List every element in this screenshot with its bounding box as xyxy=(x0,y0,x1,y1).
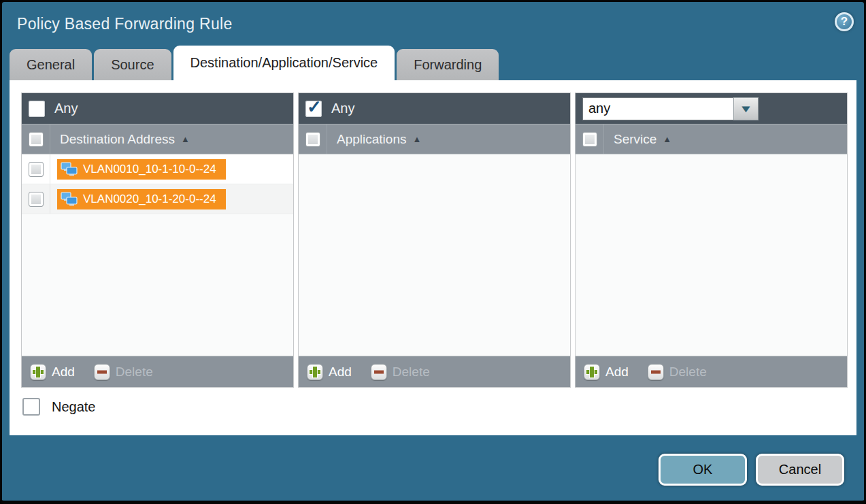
checkmark-icon: ✓ xyxy=(307,97,322,118)
add-button[interactable]: Add xyxy=(30,364,75,380)
applications-list xyxy=(299,154,570,356)
chevron-down-icon: ▼ xyxy=(739,103,753,114)
applications-panel: ✓ Any Applications ▲ Add xyxy=(298,93,571,388)
tab-source[interactable]: Source xyxy=(94,49,171,80)
negate-option: Negate xyxy=(22,398,96,416)
tab-destination-application-service[interactable]: Destination/Application/Service xyxy=(173,46,395,80)
sort-asc-icon[interactable]: ▲ xyxy=(181,134,190,144)
destination-address-chip[interactable]: VLAN0010_10-1-10-0--24 xyxy=(57,159,226,180)
cancel-button[interactable]: Cancel xyxy=(756,454,844,486)
applications-column-header: Applications ▲ xyxy=(299,124,570,154)
service-combobox: ▼ xyxy=(582,97,759,120)
table-row[interactable]: VLAN0010_10-1-10-0--24 xyxy=(22,154,293,184)
network-icon xyxy=(61,162,78,177)
destination-any-bar: Any xyxy=(22,93,293,124)
network-icon xyxy=(61,192,78,207)
add-icon xyxy=(30,364,46,380)
tab-bar: General Source Destination/Application/S… xyxy=(10,46,499,80)
add-button[interactable]: Add xyxy=(584,364,629,380)
destination-any-checkbox[interactable] xyxy=(29,101,45,117)
destination-any-label: Any xyxy=(54,101,78,116)
applications-select-all-checkbox[interactable] xyxy=(305,132,320,147)
ok-button[interactable]: OK xyxy=(659,454,747,486)
row-checkbox[interactable] xyxy=(29,162,44,177)
delete-button[interactable]: Delete xyxy=(94,364,153,380)
panels-container: Any Destination Address ▲ xyxy=(21,93,848,388)
row-checkbox[interactable] xyxy=(29,192,44,207)
delete-icon xyxy=(94,364,110,380)
destination-column-label[interactable]: Destination Address xyxy=(60,132,175,147)
dialog-title: Policy Based Forwarding Rule xyxy=(17,15,233,33)
policy-based-forwarding-dialog: Policy Based Forwarding Rule ? General S… xyxy=(0,0,866,504)
applications-column-label[interactable]: Applications xyxy=(337,132,406,147)
delete-icon xyxy=(371,364,387,380)
service-dropdown-button[interactable]: ▼ xyxy=(733,97,759,120)
add-icon xyxy=(307,364,323,380)
applications-any-bar: ✓ Any xyxy=(299,93,570,124)
destination-address-label: VLAN0020_10-1-20-0--24 xyxy=(83,192,216,206)
destination-select-all-checkbox[interactable] xyxy=(29,132,44,147)
delete-button[interactable]: Delete xyxy=(648,364,707,380)
negate-label: Negate xyxy=(52,399,96,415)
add-icon xyxy=(584,364,600,380)
destination-address-label: VLAN0010_10-1-10-0--24 xyxy=(83,163,216,176)
dialog-footer: OK Cancel xyxy=(2,435,864,501)
sort-asc-icon[interactable]: ▲ xyxy=(663,134,671,144)
applications-any-label: Any xyxy=(331,101,354,116)
service-toolbar: Add Delete xyxy=(576,356,847,387)
help-icon[interactable]: ? xyxy=(835,12,854,31)
service-dropdown-bar: ▼ xyxy=(576,93,847,124)
service-panel: ▼ Service ▲ Add xyxy=(575,93,848,388)
tab-general[interactable]: General xyxy=(10,49,92,80)
destination-toolbar: Add Delete xyxy=(22,356,293,387)
destination-column-header: Destination Address ▲ xyxy=(22,124,293,154)
destination-panel: Any Destination Address ▲ xyxy=(21,93,294,388)
tab-forwarding[interactable]: Forwarding xyxy=(397,49,499,80)
applications-toolbar: Add Delete xyxy=(299,356,570,387)
negate-checkbox[interactable] xyxy=(22,398,40,416)
table-row[interactable]: VLAN0020_10-1-20-0--24 xyxy=(22,184,293,214)
service-column-header: Service ▲ xyxy=(576,124,847,154)
service-list xyxy=(576,154,847,356)
tab-content: Any Destination Address ▲ xyxy=(10,80,856,435)
service-select-all-checkbox[interactable] xyxy=(582,132,597,147)
service-column-label[interactable]: Service xyxy=(614,132,656,147)
destination-address-chip[interactable]: VLAN0020_10-1-20-0--24 xyxy=(57,189,226,209)
add-button[interactable]: Add xyxy=(307,364,352,380)
delete-icon xyxy=(648,364,664,380)
sort-asc-icon[interactable]: ▲ xyxy=(412,134,421,144)
applications-any-checkbox[interactable]: ✓ xyxy=(305,101,322,117)
service-dropdown-input[interactable] xyxy=(582,97,733,120)
destination-list: VLAN0010_10-1-10-0--24 xyxy=(22,154,293,356)
delete-button[interactable]: Delete xyxy=(371,364,430,380)
